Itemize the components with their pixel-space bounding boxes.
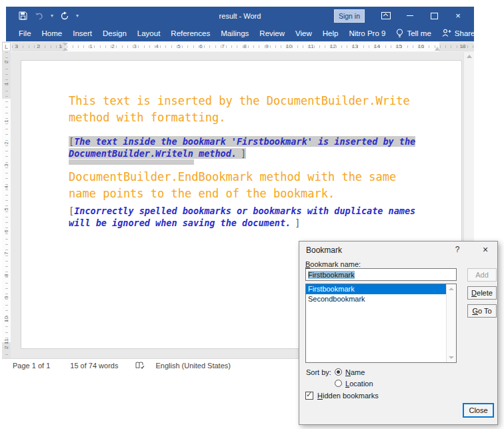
right-indent-marker[interactable] [435, 47, 440, 51]
go-to-button[interactable]: Go To [467, 304, 497, 318]
bookmark-end-bracket: ] [295, 218, 300, 228]
bookmark-end-bracket: ] [241, 148, 246, 159]
ribbon-tab[interactable]: File [19, 29, 31, 37]
bookmark-start-bracket: [ [69, 205, 74, 216]
bookmark-name-label: Bookmark name: [305, 260, 361, 268]
bookmark-start-bracket: [ [69, 136, 74, 147]
proofing-icon[interactable] [135, 362, 145, 370]
tab-tell-me[interactable]: Tell me [396, 29, 431, 38]
check-icon: ✓ [306, 390, 312, 399]
ruler-numbers: 12345678910111213141516 [80, 42, 432, 51]
undo-dropdown-icon[interactable]: ▾ [51, 13, 53, 19]
ribbon-display-options-icon[interactable] [374, 7, 398, 25]
sort-name-label: Name [345, 368, 365, 376]
sort-by-label: Sort by: [306, 368, 331, 376]
hidden-bookmarks-label: Hidden bookmarks [317, 392, 379, 400]
status-word-count[interactable]: 15 of 74 words [70, 362, 118, 370]
list-item[interactable]: Firstbookmark [306, 284, 456, 294]
hanging-indent-marker[interactable] [63, 47, 68, 51]
titlebar: ▾ ▾ result - Word Sign in × [6, 7, 474, 25]
paragraph-write-formatted[interactable]: This text is inserted by the DocumentBui… [69, 93, 429, 126]
vertical-ruler: 21 1234567891011 2 [2, 52, 11, 358]
paragraph-endbookmark[interactable]: DocumentBuilder.EndBookmark method with … [69, 169, 429, 202]
scroll-up-icon[interactable] [467, 55, 472, 58]
ribbon-tab[interactable]: Design [103, 29, 127, 37]
ribbon-tab[interactable]: Layout [137, 29, 161, 37]
paragraph-ignored-bookmarks[interactable]: [Incorrectly spelled bookmarks or bookma… [69, 205, 429, 229]
save-icon[interactable] [17, 11, 28, 21]
horizontal-ruler: L 321 12345678910111213141516 18 [2, 41, 474, 52]
sort-location-label: Location [345, 380, 373, 388]
selection-highlight-tail [69, 159, 194, 165]
ruler-number-18: 18 [457, 42, 468, 51]
ribbon-tab[interactable]: Nitro Pro 9 [349, 29, 385, 37]
sort-location-radio[interactable] [335, 380, 342, 387]
vruler-margin-numbers: 21 [2, 52, 11, 95]
lightbulb-icon [396, 29, 403, 38]
bookmark-list-items: FirstbookmarkSecondbookmark [306, 284, 456, 304]
document-content: This text is inserted by the DocumentBui… [69, 93, 429, 229]
bookmark-list[interactable]: FirstbookmarkSecondbookmark [305, 284, 457, 363]
dialog-help-icon[interactable]: ? [452, 245, 463, 254]
ribbon-tab[interactable]: References [171, 29, 210, 37]
ribbon-tab[interactable]: Home [42, 29, 63, 37]
ribbon-tab[interactable]: Help [323, 29, 339, 37]
ribbon-tab[interactable]: Review [259, 29, 285, 37]
hidden-bookmarks-checkbox[interactable]: ✓ [305, 392, 313, 400]
paragraph-firstbookmark[interactable]: [The text inside the bookmark 'Firstbook… [69, 135, 429, 159]
input-selected-text: Firstbookmark [308, 271, 355, 279]
delete-button[interactable]: Delete [467, 286, 497, 300]
quick-access-toolbar: ▾ ▾ [17, 7, 79, 25]
ribbon-tab[interactable]: Insert [73, 29, 92, 37]
sign-in-button[interactable]: Sign in [334, 9, 365, 23]
dialog-close-icon[interactable]: × [480, 244, 491, 255]
vruler-bottom-number: 2 [3, 343, 9, 352]
status-page-number[interactable]: Page 1 of 1 [13, 362, 50, 370]
first-line-indent-marker[interactable] [63, 43, 68, 46]
ribbon-tab-bar: FileHomeInsertDesignLayoutReferencesMail… [6, 25, 474, 41]
status-language[interactable]: English (United States) [155, 362, 231, 370]
share-label: Share [455, 29, 475, 37]
sort-name-radio[interactable] [335, 368, 342, 376]
close-icon[interactable]: × [446, 7, 470, 25]
dialog-title[interactable]: Bookmark [306, 246, 342, 255]
repeat-icon[interactable] [59, 11, 70, 21]
ribbon-tab[interactable]: Mailings [221, 29, 249, 37]
bookmark-name-input[interactable]: Firstbookmark [305, 268, 457, 281]
ribbon-tabs: FileHomeInsertDesignLayoutReferencesMail… [19, 29, 385, 37]
list-item[interactable]: Secondbookmark [306, 294, 456, 304]
bookmark-dialog: Bookmark ? × Bookmark name: Firstbookmar… [299, 241, 498, 425]
tell-me-label: Tell me [407, 29, 431, 37]
ruler-margin-numbers: 321 [5, 42, 71, 51]
scroll-down-icon[interactable] [449, 356, 454, 359]
titlebar-controls: Sign in × [334, 7, 470, 25]
close-button[interactable]: Close [463, 403, 494, 418]
share-button[interactable]: Share [442, 29, 475, 37]
scroll-up-icon[interactable] [449, 288, 454, 290]
undo-icon[interactable] [34, 11, 45, 21]
add-button[interactable]: Add [467, 268, 497, 282]
customize-quick-access-icon[interactable]: ▾ [76, 13, 79, 19]
minimize-icon[interactable] [398, 7, 422, 25]
window-title: result - Word [219, 7, 261, 25]
maximize-icon[interactable] [422, 7, 446, 25]
screenshot-canvas: ▾ ▾ result - Word Sign in × FileHomeInse… [0, 0, 504, 429]
list-scrollbar[interactable] [446, 284, 456, 362]
vruler-numbers: 1234567891011 [2, 110, 11, 352]
person-icon [442, 29, 451, 37]
ribbon-tab[interactable]: View [295, 29, 312, 37]
